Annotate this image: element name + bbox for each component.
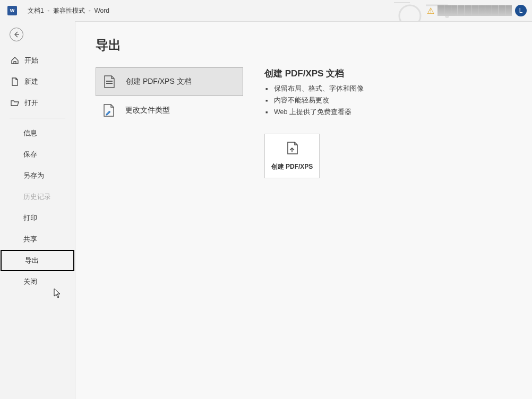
option-change-filetype[interactable]: 更改文件类型: [96, 96, 243, 125]
redacted-area: [437, 5, 512, 16]
nav-label: 历史记录: [23, 192, 51, 202]
nav-label: 共享: [23, 235, 37, 244]
nav-label: 另存为: [23, 171, 44, 180]
title-bar: W 文档1 - 兼容性模式 - Word ⚠ L: [0, 0, 532, 21]
nav-item-saveas[interactable]: 另存为: [0, 165, 75, 186]
document-icon: [11, 77, 19, 86]
option-create-pdf-xps[interactable]: 创建 PDF/XPS 文档: [96, 67, 243, 96]
export-file-icon: [285, 141, 299, 157]
bullet-item: Web 上提供了免费查看器: [274, 106, 512, 118]
nav-item-home[interactable]: 开始: [0, 50, 75, 71]
bullet-item: 内容不能轻易更改: [274, 94, 512, 106]
create-pdf-xps-button[interactable]: 创建 PDF/XPS: [264, 134, 320, 178]
nav-label: 导出: [25, 256, 39, 265]
nav-label: 保存: [23, 150, 37, 159]
option-label: 更改文件类型: [125, 106, 170, 115]
nav-item-export[interactable]: 导出: [1, 250, 74, 271]
backstage-sidebar: 开始 新建 打开 信息 保存 另存为 历史记录 打印: [0, 21, 75, 399]
nav-item-print[interactable]: 打印: [0, 207, 75, 229]
section-heading: 创建 PDF/XPS 文档: [264, 67, 512, 80]
svg-rect-3: [106, 83, 113, 84]
nav-item-new[interactable]: 新建: [0, 71, 75, 92]
back-button[interactable]: [10, 28, 23, 41]
nav-label: 信息: [23, 128, 37, 138]
pdf-document-icon: [102, 75, 116, 89]
nav-item-save[interactable]: 保存: [0, 144, 75, 165]
svg-rect-2: [106, 81, 113, 82]
change-filetype-icon: [102, 103, 116, 117]
back-arrow-icon: [13, 31, 20, 38]
folder-icon: [11, 99, 19, 107]
home-icon: [11, 56, 19, 65]
nav-label: 关闭: [23, 277, 37, 287]
option-label: 创建 PDF/XPS 文档: [126, 77, 192, 86]
nav-label: 打开: [24, 98, 38, 108]
title-text: 文档1 - 兼容性模式 - Word: [28, 6, 109, 15]
nav-item-open[interactable]: 打开: [0, 92, 75, 114]
nav-item-share[interactable]: 共享: [0, 229, 75, 250]
feature-bullet-list: 保留布局、格式、字体和图像 内容不能轻易更改 Web 上提供了免费查看器: [264, 83, 512, 118]
nav-item-close[interactable]: 关闭: [0, 271, 75, 292]
nav-separator: [10, 118, 65, 118]
warning-icon: ⚠: [427, 6, 434, 16]
content-pane: 导出 创建 PDF/XPS 文档: [75, 21, 532, 399]
word-app-icon: W: [7, 6, 17, 15]
user-avatar[interactable]: L: [515, 5, 527, 16]
nav-label: 打印: [23, 213, 37, 223]
svg-point-0: [399, 5, 421, 21]
button-label: 创建 PDF/XPS: [271, 162, 313, 171]
nav-label: 开始: [24, 56, 38, 65]
export-option-list: 创建 PDF/XPS 文档 更改文件类型: [96, 67, 243, 178]
nav-item-history: 历史记录: [0, 186, 75, 207]
nav-item-info[interactable]: 信息: [0, 123, 75, 144]
nav-label: 新建: [24, 77, 38, 86]
bullet-item: 保留布局、格式、字体和图像: [274, 83, 512, 94]
page-title: 导出: [96, 37, 512, 54]
export-detail-panel: 创建 PDF/XPS 文档 保留布局、格式、字体和图像 内容不能轻易更改 Web…: [264, 67, 512, 178]
